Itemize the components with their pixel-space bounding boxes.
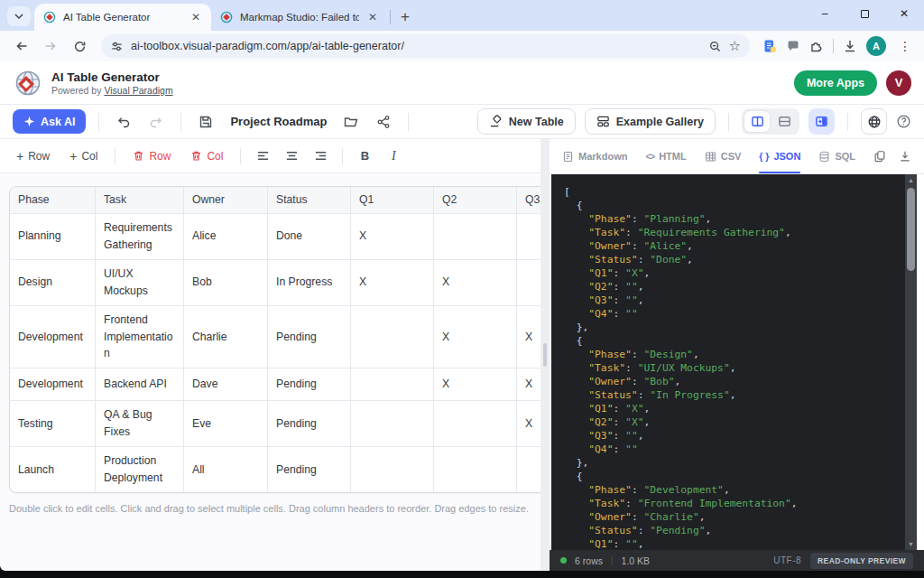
share-button[interactable] bbox=[372, 110, 395, 134]
table-cell[interactable]: Launch bbox=[10, 447, 96, 492]
table-cell[interactable]: Eve bbox=[184, 401, 268, 447]
redo-button[interactable] bbox=[144, 110, 168, 134]
new-table-button[interactable]: New Table bbox=[477, 108, 576, 135]
table-cell[interactable]: Requirements Gathering bbox=[96, 214, 184, 260]
download-code-button[interactable] bbox=[899, 150, 911, 163]
table-cell[interactable]: Frontend Implementation bbox=[96, 306, 184, 369]
scroll-up-icon[interactable]: ▲ bbox=[905, 174, 917, 186]
save-button[interactable] bbox=[194, 110, 217, 134]
bold-button[interactable]: B bbox=[353, 145, 376, 167]
table-cell[interactable] bbox=[517, 447, 541, 492]
table-cell[interactable]: Alice bbox=[184, 214, 268, 260]
table-cell[interactable]: X bbox=[351, 260, 434, 306]
open-file-button[interactable] bbox=[339, 110, 363, 134]
table-cell[interactable]: Planning bbox=[10, 214, 96, 260]
site-settings-icon[interactable] bbox=[110, 40, 124, 53]
table-cell[interactable] bbox=[434, 447, 517, 492]
align-right-button[interactable] bbox=[309, 145, 332, 167]
column-header[interactable]: Owner bbox=[184, 187, 268, 214]
table-cell[interactable] bbox=[351, 401, 434, 447]
table-cell[interactable] bbox=[434, 214, 517, 260]
table-cell[interactable]: X bbox=[434, 260, 517, 306]
url-text[interactable]: ai-toolbox.visual-paradigm.com/app/ai-ta… bbox=[131, 40, 701, 52]
docs-extension-icon[interactable] bbox=[762, 39, 777, 53]
preview-tab-csv[interactable]: CSV bbox=[705, 139, 742, 173]
copy-code-button[interactable] bbox=[873, 150, 886, 163]
table-cell[interactable] bbox=[351, 306, 434, 369]
table-cell[interactable]: Production Deployment bbox=[96, 447, 184, 492]
table-cell[interactable]: All bbox=[184, 447, 268, 492]
column-header[interactable]: Phase bbox=[10, 187, 96, 214]
visual-paradigm-link[interactable]: Visual Paradigm bbox=[104, 85, 172, 96]
table-cell[interactable]: Bob bbox=[184, 260, 268, 306]
table-cell[interactable]: Development bbox=[10, 368, 96, 401]
table-cell[interactable]: X bbox=[351, 214, 434, 260]
refresh-button[interactable] bbox=[67, 33, 92, 59]
table-cell[interactable]: Charlie bbox=[184, 306, 268, 369]
table-cell[interactable] bbox=[351, 447, 434, 492]
window-maximize-button[interactable] bbox=[845, 0, 884, 27]
language-button[interactable] bbox=[861, 108, 887, 135]
account-avatar[interactable]: V bbox=[886, 70, 911, 96]
table-cell[interactable] bbox=[434, 401, 517, 447]
table-cell[interactable] bbox=[517, 214, 541, 260]
table-cell[interactable]: Testing bbox=[10, 401, 96, 447]
table-cell[interactable]: Pending bbox=[268, 447, 351, 492]
bookmark-star-icon[interactable]: ☆ bbox=[729, 38, 741, 54]
preview-tab-json[interactable]: { }JSON bbox=[759, 139, 800, 173]
ask-ai-button[interactable]: Ask AI bbox=[13, 109, 86, 134]
column-header[interactable]: Status bbox=[268, 187, 351, 214]
document-title[interactable]: Project Roadmap bbox=[230, 115, 327, 128]
window-close-button[interactable]: ✕ bbox=[884, 0, 924, 27]
address-bar[interactable]: ai-toolbox.visual-paradigm.com/app/ai-ta… bbox=[101, 34, 750, 58]
add-row-button[interactable]: +Row bbox=[9, 146, 57, 166]
chat-extension-icon[interactable] bbox=[786, 39, 800, 53]
align-left-button[interactable] bbox=[251, 145, 274, 167]
column-header[interactable]: Task bbox=[96, 187, 184, 214]
align-center-button[interactable] bbox=[280, 145, 303, 167]
example-gallery-button[interactable]: Example Gallery bbox=[585, 108, 716, 135]
toggle-preview-panel-button[interactable] bbox=[808, 108, 835, 135]
delete-row-button[interactable]: Row bbox=[125, 146, 178, 166]
table-cell[interactable]: UI/UX Mockups bbox=[96, 260, 184, 306]
split-rows-toggle[interactable] bbox=[772, 111, 797, 132]
extensions-puzzle-icon[interactable] bbox=[809, 39, 824, 53]
table-cell[interactable]: In Progress bbox=[268, 260, 351, 306]
table-cell[interactable]: Development bbox=[10, 306, 96, 369]
browser-profile-avatar[interactable]: A bbox=[866, 36, 886, 56]
new-tab-button[interactable]: + bbox=[394, 6, 416, 28]
help-button[interactable] bbox=[896, 114, 911, 129]
column-header[interactable]: Q3 bbox=[517, 187, 541, 214]
tab-close-icon[interactable]: ✕ bbox=[366, 11, 379, 23]
back-button[interactable] bbox=[9, 33, 34, 59]
table-cell[interactable]: Pending bbox=[268, 306, 351, 369]
table-cell[interactable] bbox=[517, 260, 541, 306]
preview-tab-markdown[interactable]: Markdown bbox=[562, 139, 627, 173]
split-columns-toggle[interactable] bbox=[744, 111, 770, 132]
more-apps-button[interactable]: More Apps bbox=[794, 70, 877, 96]
table-cell[interactable]: X bbox=[517, 368, 541, 401]
preview-tab-html[interactable]: <>HTML bbox=[645, 139, 686, 173]
add-col-button[interactable]: +Col bbox=[62, 146, 105, 166]
window-minimize-button[interactable]: – bbox=[805, 0, 845, 27]
column-header[interactable]: Q1 bbox=[351, 187, 434, 214]
table-cell[interactable]: Design bbox=[10, 260, 96, 306]
table-cell[interactable]: X bbox=[434, 306, 517, 369]
code-scrollbar[interactable]: ▲ ▼ bbox=[905, 174, 917, 550]
undo-button[interactable] bbox=[112, 110, 135, 134]
table-cell[interactable]: Done bbox=[268, 214, 351, 260]
downloads-icon[interactable] bbox=[843, 39, 857, 53]
italic-button[interactable]: I bbox=[382, 145, 405, 167]
delete-col-button[interactable]: Col bbox=[183, 146, 230, 166]
preview-tab-sql[interactable]: SQL bbox=[818, 139, 855, 173]
panel-resize-divider[interactable] bbox=[541, 139, 550, 571]
table-cell[interactable]: X bbox=[434, 368, 517, 401]
table-cell[interactable]: Backend API bbox=[96, 368, 184, 401]
table-cell[interactable]: Pending bbox=[268, 368, 351, 401]
browser-menu-icon[interactable]: ⋮ bbox=[895, 39, 915, 53]
table-cell[interactable]: X bbox=[517, 306, 541, 369]
browser-tab-inactive[interactable]: Markmap Studio: Failed to oper ✕ bbox=[211, 4, 388, 31]
scrollbar-thumb[interactable] bbox=[907, 188, 915, 271]
table-cell[interactable]: X bbox=[517, 401, 541, 447]
table-cell[interactable]: QA & Bug Fixes bbox=[96, 401, 184, 447]
